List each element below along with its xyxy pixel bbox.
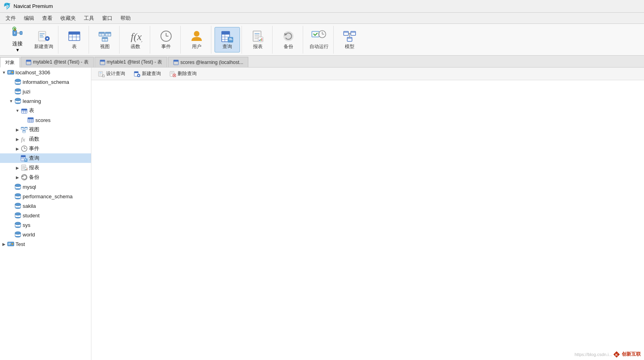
perf-schema-label: performance_schema: [23, 194, 73, 199]
sidebar-item-queries-group[interactable]: 查询: [0, 153, 91, 163]
report-label: 报表: [253, 43, 263, 50]
connect-split[interactable]: 连接 ▾: [5, 27, 30, 53]
tables-label: 表: [29, 107, 34, 114]
events-arrow: ▶: [14, 145, 21, 152]
sidebar-item-world[interactable]: world: [0, 230, 91, 239]
sidebar-item-sakila[interactable]: sakila: [0, 201, 91, 211]
sidebar-item-reports-group[interactable]: ▶ 报表: [0, 163, 91, 172]
menu-item-窗口[interactable]: 窗口: [98, 13, 116, 23]
model-icon: [342, 29, 358, 43]
svg-rect-70: [26, 60, 31, 62]
menu-item-工具[interactable]: 工具: [80, 13, 98, 23]
test-label: Test: [15, 241, 25, 247]
tables-arrow: ▼: [14, 107, 21, 114]
svg-rect-157: [134, 72, 138, 73]
student-label: student: [23, 213, 40, 219]
svg-rect-103: [25, 127, 27, 128]
user-label: 用户: [192, 43, 201, 50]
sidebar-item-information-schema[interactable]: information_schema: [0, 77, 91, 87]
autorun-button[interactable]: 自动运行: [306, 27, 332, 52]
tab-scores-learning-label: scores @learning (localhost...: [180, 60, 243, 65]
new-query-button[interactable]: 新建查询: [31, 27, 56, 52]
mysql-label: mysql: [23, 184, 36, 190]
tab-mytable1-test2[interactable]: mytable1 @test (Test) - 表: [95, 57, 168, 67]
toolbar-group-user: 用户: [182, 26, 211, 54]
toolbar-group-view: 视图: [91, 26, 120, 54]
design-query-button[interactable]: 设计查询: [95, 69, 129, 79]
menu-item-编辑[interactable]: 编辑: [20, 13, 38, 23]
info-schema-db-icon: [14, 78, 21, 85]
svg-rect-124: [27, 168, 27, 170]
views-folder-icon: [21, 126, 28, 133]
menu-item-查看[interactable]: 查看: [38, 13, 56, 23]
sidebar-item-localhost[interactable]: ▼ localhost_3306: [0, 68, 91, 77]
toolbar-group-event: 事件: [152, 26, 181, 54]
query-label: 查询: [222, 43, 232, 50]
svg-rect-74: [174, 60, 178, 62]
backup-button[interactable]: 备份: [276, 27, 301, 52]
sidebar-item-performance-schema[interactable]: performance_schema: [0, 192, 91, 201]
table-label: 表: [72, 43, 77, 50]
delete-query-button[interactable]: 删除查询: [166, 69, 200, 79]
sidebar-item-test-connection[interactable]: ▶ Test: [0, 239, 91, 249]
sub-new-query-label: 新建查询: [142, 70, 161, 77]
toolbar-group-connect: 连接 ▾ 新建查询: [3, 26, 58, 54]
sidebar-item-events-group[interactable]: ▶ 事件: [0, 144, 91, 153]
svg-rect-67: [351, 32, 355, 33]
svg-point-142: [15, 232, 21, 234]
tab-mytable1-test1[interactable]: mytable1 @test (Test) - 表: [21, 57, 94, 67]
backup-label: 备份: [284, 43, 293, 50]
menu-item-收藏夹[interactable]: 收藏夹: [56, 13, 80, 23]
toolbar-group-report: 报表: [244, 26, 273, 54]
function-label: 函数: [131, 43, 140, 50]
tab-mytable1-test2-label: mytable1 @test (Test) - 表: [107, 59, 162, 66]
svg-rect-53: [260, 39, 261, 41]
sys-arrow: [8, 222, 14, 228]
sub-new-query-button[interactable]: 新建查询: [130, 69, 164, 79]
table-button[interactable]: 表: [62, 27, 87, 52]
sidebar-item-learning[interactable]: ▼ learning: [0, 96, 91, 106]
connect-button[interactable]: 连接: [5, 27, 30, 47]
svg-point-83: [15, 89, 21, 91]
connect-arrow[interactable]: ▾: [5, 47, 30, 53]
title-bar: 🐬 Navicat Premium: [0, 0, 644, 13]
toolbar-group-autorun: 自动运行: [305, 26, 334, 54]
sidebar-item-scores[interactable]: scores: [0, 115, 91, 125]
sidebar-item-functions-group[interactable]: ▶ fx 函数: [0, 134, 91, 144]
sidebar-item-mysql[interactable]: mysql: [0, 182, 91, 192]
report-button[interactable]: 报表: [245, 27, 271, 52]
view-button[interactable]: 视图: [92, 27, 118, 52]
watermark-icon: K: [613, 350, 621, 358]
backup-grp-icon: [21, 174, 28, 181]
functions-label: 函数: [29, 135, 39, 143]
backup-icon: [280, 29, 296, 43]
event-button[interactable]: 事件: [153, 27, 179, 52]
user-button[interactable]: 用户: [184, 27, 209, 52]
sub-toolbar-bar: 设计查询 新建查询: [91, 68, 644, 80]
function-button[interactable]: f(x) 函数: [123, 27, 148, 52]
learning-db-icon: [14, 97, 21, 105]
tab-scores-learning[interactable]: scores @learning (localhost...: [168, 57, 248, 67]
menu-item-帮助[interactable]: 帮助: [116, 13, 135, 23]
mysql-arrow: [8, 184, 14, 190]
sys-label: sys: [23, 222, 31, 228]
events-folder-icon: [21, 145, 28, 152]
view-label: 视图: [100, 43, 110, 50]
model-button[interactable]: 模型: [337, 27, 362, 52]
sidebar-item-juzi[interactable]: juzi: [0, 87, 91, 96]
sidebar-item-student[interactable]: student: [0, 211, 91, 220]
learning-label: learning: [23, 98, 41, 104]
sidebar-item-backup-group[interactable]: ▶ 备份: [0, 172, 91, 182]
sidebar-item-sys[interactable]: sys: [0, 220, 91, 230]
sidebar-item-views-group[interactable]: ▶ 视图: [0, 125, 91, 134]
svg-point-86: [15, 98, 21, 101]
menu-item-文件[interactable]: 文件: [2, 13, 20, 23]
tab-object[interactable]: 对象: [0, 57, 20, 68]
svg-rect-39: [222, 31, 230, 35]
scores-label: scores: [35, 117, 50, 123]
svg-line-155: [104, 77, 104, 77]
query-button[interactable]: 查询: [215, 27, 240, 52]
sidebar-item-tables-group[interactable]: ▼ 表: [0, 106, 91, 115]
sakila-label: sakila: [23, 203, 36, 209]
new-query-icon: [36, 29, 52, 43]
